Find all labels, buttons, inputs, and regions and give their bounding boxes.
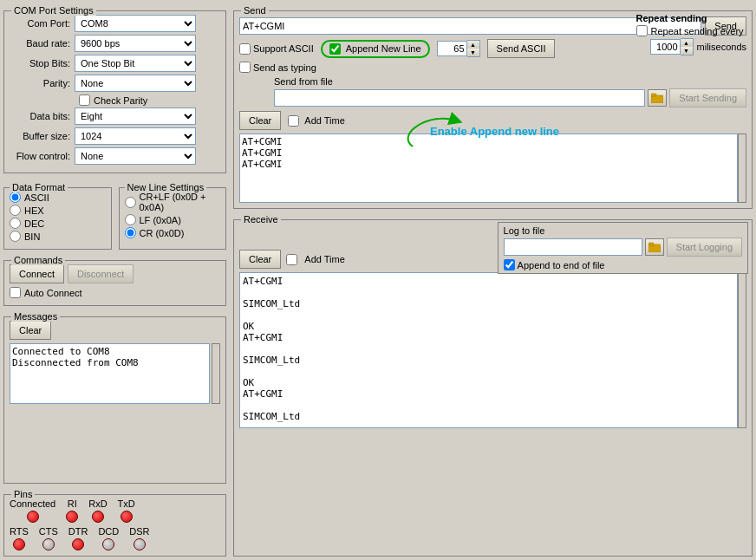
num-input[interactable] xyxy=(437,41,467,56)
pin-rxd-led xyxy=(92,511,104,523)
pin-ri-led xyxy=(66,511,78,523)
repeat-title: Repeat sending xyxy=(636,13,746,23)
buffer-size-select[interactable]: 1024 xyxy=(75,127,196,145)
pin-txd-led xyxy=(121,511,133,523)
connect-button[interactable]: Connect xyxy=(10,264,64,283)
pin-dsr-label: DSR xyxy=(129,526,149,537)
append-end-checkbox[interactable] xyxy=(504,259,515,270)
send-from-file-label: Send from file xyxy=(274,76,333,87)
receive-textarea[interactable]: AT+CGMI SIMCOM_Ltd OK AT+CGMI SIMCOM_Ltd… xyxy=(239,272,738,428)
bin-radio[interactable] xyxy=(10,231,21,242)
data-bits-select[interactable]: Eight xyxy=(75,107,196,125)
check-parity-checkbox[interactable] xyxy=(79,94,90,106)
repeat-every-label: Repeat sending every xyxy=(651,26,744,36)
send-ascii-button[interactable]: Send ASCII xyxy=(487,39,556,58)
messages-clear-button[interactable]: Clear xyxy=(10,321,51,340)
flow-control-select[interactable]: None xyxy=(75,147,196,165)
num-down-btn[interactable]: ▼ xyxy=(467,49,479,56)
log-folder-icon xyxy=(648,242,661,252)
pin-rts-led xyxy=(13,538,25,550)
pin-dcd-label: DCD xyxy=(98,526,119,537)
dec-label: DEC xyxy=(24,218,44,229)
baud-rate-select[interactable]: 9600 bps xyxy=(75,35,196,52)
data-bits-label: Data bits: xyxy=(10,111,75,121)
add-time-send-label: Add Time xyxy=(304,115,344,126)
start-sending-button[interactable]: Start Sending xyxy=(669,88,746,107)
pin-ri-label: RI xyxy=(68,498,77,509)
cr-label: CR (0x0D) xyxy=(140,228,185,238)
support-ascii-label: Support ASCII xyxy=(253,43,314,54)
pin-connected-led xyxy=(27,511,39,523)
com-port-settings: COM Port Settings Com Port: COM8 Baud ra… xyxy=(3,10,226,173)
check-parity-label: Check Parity xyxy=(94,95,147,106)
commands-title: Commands xyxy=(11,255,65,265)
auto-connect-label: Auto Connect xyxy=(24,288,82,298)
send-file-input[interactable] xyxy=(274,89,645,107)
pin-dcd-led xyxy=(102,538,114,550)
disconnect-button[interactable]: Disconnect xyxy=(68,264,134,283)
stop-bits-label: Stop Bits: xyxy=(10,58,75,68)
bin-label: BIN xyxy=(24,231,40,242)
svg-rect-0 xyxy=(651,95,663,103)
pin-dsr-led xyxy=(134,538,146,550)
add-time-receive-checkbox[interactable] xyxy=(286,254,297,265)
auto-connect-checkbox[interactable] xyxy=(10,287,21,298)
pin-cts-led xyxy=(42,538,55,550)
pins-title: Pins xyxy=(11,489,35,499)
hex-radio[interactable] xyxy=(10,205,21,216)
pin-txd-label: TxD xyxy=(118,498,135,509)
send-section: Send Repeat sending Repeat sending every… xyxy=(233,10,753,209)
ascii-label: ASCII xyxy=(24,192,49,203)
messages-scrollbar[interactable] xyxy=(212,343,220,404)
append-new-line-checkbox[interactable] xyxy=(329,43,341,55)
pins-section: Pins Connected RI RxD TxD xyxy=(3,494,226,557)
ascii-radio[interactable] xyxy=(10,192,21,203)
dec-radio[interactable] xyxy=(10,218,21,229)
svg-rect-1 xyxy=(651,94,656,96)
send-file-browse-btn[interactable] xyxy=(648,89,667,107)
send-textarea[interactable]: AT+CGMI AT+CGMI AT+CGMI xyxy=(239,133,738,203)
receive-clear-button[interactable]: Clear xyxy=(239,250,281,269)
new-line-box: New Line Settings CR+LF (0x0D + 0x0A) LF… xyxy=(119,187,227,250)
start-logging-button[interactable]: Start Logging xyxy=(667,238,742,257)
append-new-line-label: Append New Line xyxy=(346,43,421,54)
num-up-btn[interactable]: ▲ xyxy=(467,41,479,49)
svg-rect-3 xyxy=(648,243,654,245)
receive-scrollbar[interactable] xyxy=(738,272,746,428)
cr-radio[interactable] xyxy=(125,227,136,238)
pin-cts-label: CTS xyxy=(39,526,58,537)
messages-section: Messages Clear Connected to COM8 Disconn… xyxy=(3,316,226,484)
baud-rate-label: Baud rate: xyxy=(10,38,75,49)
log-to-file-label: Log to file xyxy=(504,225,742,236)
pin-dtr-label: DTR xyxy=(68,526,88,537)
messages-textarea[interactable]: Connected to COM8 Disconnected from COM8 xyxy=(10,343,210,404)
add-time-receive-label: Add Time xyxy=(304,254,344,264)
parity-select[interactable]: None xyxy=(75,75,196,92)
commands-section: Commands Connect Disconnect Auto Connect xyxy=(3,260,226,306)
svg-rect-2 xyxy=(648,244,661,252)
pin-rxd-label: RxD xyxy=(88,498,107,509)
hex-label: HEX xyxy=(24,205,44,216)
messages-title: Messages xyxy=(11,311,60,322)
lf-label: LF (0x0A) xyxy=(140,215,181,225)
send-scrollbar[interactable] xyxy=(738,133,746,203)
log-file-input[interactable] xyxy=(504,238,642,256)
crlf-radio[interactable] xyxy=(125,197,136,208)
crlf-label: CR+LF (0x0D + 0x0A) xyxy=(140,192,221,212)
send-as-typing-label: Send as typing xyxy=(253,62,316,73)
send-title: Send xyxy=(241,5,269,16)
send-as-typing-checkbox[interactable] xyxy=(239,62,251,73)
com-port-label: Com Port: xyxy=(10,18,75,29)
log-browse-btn[interactable] xyxy=(645,238,664,256)
pin-connected-label: Connected xyxy=(10,498,55,509)
flow-control-label: Flow control: xyxy=(10,151,75,161)
add-time-send-checkbox[interactable] xyxy=(288,115,299,127)
folder-icon xyxy=(651,93,663,103)
support-ascii-checkbox[interactable] xyxy=(239,43,251,55)
stop-bits-select[interactable]: One Stop Bit xyxy=(75,55,196,72)
lf-radio[interactable] xyxy=(125,214,136,225)
com-port-select[interactable]: COM8 xyxy=(75,15,196,32)
send-command-input[interactable] xyxy=(239,17,701,35)
repeat-checkbox[interactable] xyxy=(636,25,648,36)
send-clear-button[interactable]: Clear xyxy=(239,111,281,130)
